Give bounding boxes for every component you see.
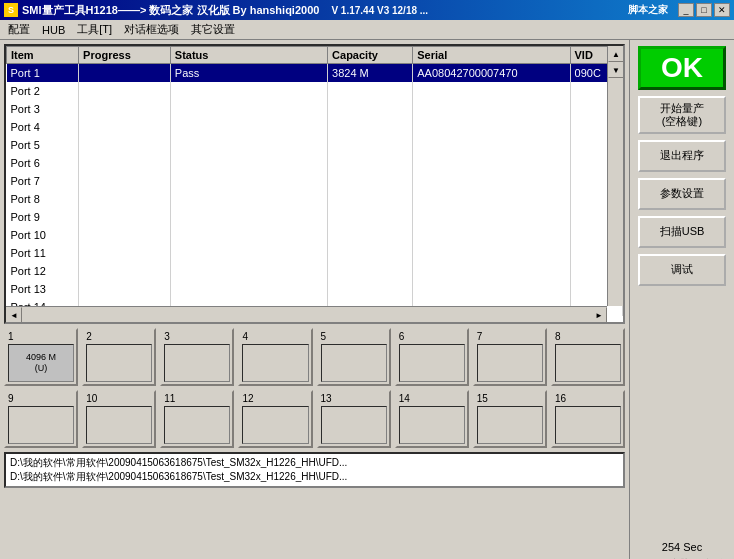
- scroll-up-btn[interactable]: ▲: [608, 46, 624, 62]
- port-cell-7: 7: [473, 328, 547, 386]
- cell-serial: [413, 154, 570, 172]
- cell-serial: [413, 100, 570, 118]
- table-row[interactable]: Port 13: [7, 280, 623, 298]
- table-row[interactable]: Port 12: [7, 262, 623, 280]
- left-panel: Item Progress Status Capacity Serial VID…: [0, 40, 629, 559]
- port-cell-16: 16: [551, 390, 625, 448]
- port-num-7: 7: [477, 332, 483, 342]
- exit-button[interactable]: 退出程序: [638, 140, 726, 172]
- port-num-1: 1: [8, 332, 14, 342]
- close-button[interactable]: ✕: [714, 3, 730, 17]
- cell-status: [170, 172, 327, 190]
- cell-progress: [79, 226, 171, 244]
- scroll-down-btn[interactable]: ▼: [608, 62, 624, 78]
- cell-capacity: [328, 208, 413, 226]
- scan-usb-button[interactable]: 扫描USB: [638, 216, 726, 248]
- vertical-scrollbar[interactable]: ▲ ▼: [607, 46, 623, 306]
- cell-progress: [79, 262, 171, 280]
- cell-progress: [79, 280, 171, 298]
- maximize-button[interactable]: □: [696, 3, 712, 17]
- menu-config[interactable]: 配置: [2, 20, 36, 39]
- cell-item: Port 11: [7, 244, 79, 262]
- port-num-15: 15: [477, 394, 488, 404]
- table-row[interactable]: Port 10: [7, 226, 623, 244]
- port-cell-15: 15: [473, 390, 547, 448]
- cell-item: Port 13: [7, 280, 79, 298]
- cell-serial: [413, 280, 570, 298]
- cell-status: [170, 118, 327, 136]
- cell-capacity: [328, 136, 413, 154]
- cell-capacity: [328, 154, 413, 172]
- settings-button[interactable]: 参数设置: [638, 178, 726, 210]
- cell-progress: [79, 100, 171, 118]
- cell-status: [170, 190, 327, 208]
- table-row[interactable]: Port 2: [7, 82, 623, 100]
- col-serial: Serial: [413, 47, 570, 64]
- table-row[interactable]: Port 9: [7, 208, 623, 226]
- right-panel: OK 开始量产 (空格键) 退出程序 参数设置 扫描USB 调试 254 Sec: [629, 40, 734, 559]
- cell-item: Port 6: [7, 154, 79, 172]
- cell-status: [170, 244, 327, 262]
- cell-serial: [413, 136, 570, 154]
- table-row[interactable]: Port 11: [7, 244, 623, 262]
- minimize-button[interactable]: _: [678, 3, 694, 17]
- log-line: D:\我的软件\常用软件\20090415063618675\Test_SM32…: [10, 470, 619, 484]
- port-grid-row2: 910111213141516: [4, 390, 625, 448]
- table-row[interactable]: Port 6: [7, 154, 623, 172]
- cell-capacity: [328, 82, 413, 100]
- cell-serial: [413, 190, 570, 208]
- timer-display: 254 Sec: [662, 541, 702, 553]
- port-inner-9: [8, 406, 74, 444]
- menu-other[interactable]: 其它设置: [185, 20, 241, 39]
- port-num-3: 3: [164, 332, 170, 342]
- title-text: SMI量产工具H1218——> 数码之家 汉化版 By hanshiqi2000: [22, 3, 319, 18]
- cell-progress: [79, 118, 171, 136]
- cell-capacity: [328, 226, 413, 244]
- cell-progress: [79, 136, 171, 154]
- menu-tools[interactable]: 工具[T]: [71, 20, 118, 39]
- ok-button[interactable]: OK: [638, 46, 726, 90]
- col-status: Status: [170, 47, 327, 64]
- port-table-container: Item Progress Status Capacity Serial VID…: [4, 44, 625, 324]
- port-cell-6: 6: [395, 328, 469, 386]
- menu-dialog[interactable]: 对话框选项: [118, 20, 185, 39]
- port-inner-15: [477, 406, 543, 444]
- port-num-10: 10: [86, 394, 97, 404]
- cell-capacity: [328, 280, 413, 298]
- cell-progress: [79, 154, 171, 172]
- start-button[interactable]: 开始量产 (空格键): [638, 96, 726, 134]
- port-inner-6: [399, 344, 465, 382]
- cell-status: Pass: [170, 64, 327, 82]
- cell-serial: [413, 226, 570, 244]
- port-inner-1: 4096 M (U): [8, 344, 74, 382]
- port-inner-16: [555, 406, 621, 444]
- table-row[interactable]: Port 3: [7, 100, 623, 118]
- scroll-right-btn[interactable]: ►: [591, 307, 607, 323]
- debug-button[interactable]: 调试: [638, 254, 726, 286]
- cell-item: Port 8: [7, 190, 79, 208]
- col-capacity: Capacity: [328, 47, 413, 64]
- cell-item: Port 10: [7, 226, 79, 244]
- table-row[interactable]: Port 4: [7, 118, 623, 136]
- port-cell-9: 9: [4, 390, 78, 448]
- table-row[interactable]: Port 5: [7, 136, 623, 154]
- scroll-left-btn[interactable]: ◄: [6, 307, 22, 323]
- horizontal-scrollbar[interactable]: ◄ ►: [6, 306, 607, 322]
- port-cell-8: 8: [551, 328, 625, 386]
- cell-capacity: [328, 172, 413, 190]
- cell-item: Port 4: [7, 118, 79, 136]
- port-cell-3: 3: [160, 328, 234, 386]
- port-cell-14: 14: [395, 390, 469, 448]
- cell-status: [170, 208, 327, 226]
- table-row[interactable]: Port 7: [7, 172, 623, 190]
- menu-hub[interactable]: HUB: [36, 22, 71, 38]
- port-inner-3: [164, 344, 230, 382]
- port-cell-4: 4: [238, 328, 312, 386]
- cell-status: [170, 262, 327, 280]
- port-num-12: 12: [242, 394, 253, 404]
- port-inner-8: [555, 344, 621, 382]
- table-row[interactable]: Port 8: [7, 190, 623, 208]
- table-row[interactable]: Port 1Pass3824 MAA08042700007470090C: [7, 64, 623, 82]
- port-num-16: 16: [555, 394, 566, 404]
- cell-item: Port 9: [7, 208, 79, 226]
